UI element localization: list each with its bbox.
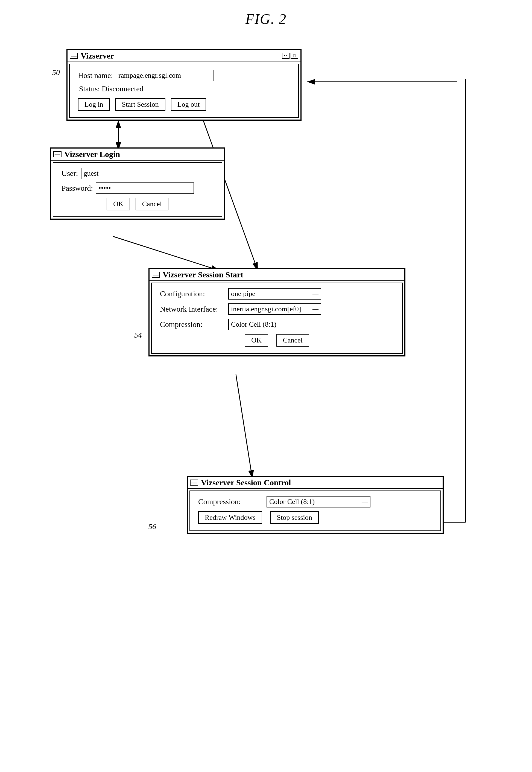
ctrl-compression-value: Color Cell (8:1) xyxy=(269,498,315,506)
ctrl-compression-label: Compression: xyxy=(198,497,264,506)
hostname-input[interactable] xyxy=(116,70,214,81)
session-start-minimize-btn[interactable]: — xyxy=(152,272,160,278)
vizserver-minimize-btn[interactable]: — xyxy=(70,53,78,59)
session-ctrl-titlebar: — Vizserver Session Control xyxy=(188,477,443,489)
session-start-titlebar: — Vizserver Session Start xyxy=(150,269,404,281)
login-window: — Vizserver Login User: Password: OK Can… xyxy=(50,147,225,220)
login-button[interactable]: Log in xyxy=(78,98,110,111)
stop-session-button[interactable]: Stop session xyxy=(270,511,319,524)
start-session-button[interactable]: Start Session xyxy=(115,98,165,111)
compression-arrow-icon: — xyxy=(312,321,318,328)
session-start-window: — Vizserver Session Start Configuration:… xyxy=(148,268,405,356)
config-arrow-icon: — xyxy=(312,290,318,297)
vizserver-titlebar: — Vizserver • • □ xyxy=(68,50,300,62)
session-start-cancel-button[interactable]: Cancel xyxy=(276,334,309,346)
hostname-label: Host name: xyxy=(78,71,113,80)
annotation-54: 54 xyxy=(134,331,142,339)
vizserver-dots-btn[interactable]: • • xyxy=(282,53,290,59)
vizserver-title: Vizserver xyxy=(81,51,279,60)
password-label: Password: xyxy=(62,184,93,193)
network-label: Network Interface: xyxy=(160,305,226,313)
session-start-ok-button[interactable]: OK xyxy=(245,334,268,346)
login-titlebar: — Vizserver Login xyxy=(51,148,224,161)
session-ctrl-minimize-btn[interactable]: — xyxy=(190,480,198,486)
annotation-56: 56 xyxy=(148,522,156,531)
vizserver-square-btn[interactable]: □ xyxy=(291,53,298,59)
login-minimize-btn[interactable]: — xyxy=(53,151,62,157)
user-label: User: xyxy=(62,169,78,178)
session-ctrl-window: — Vizserver Session Control Compression:… xyxy=(187,476,444,534)
login-title: Vizserver Login xyxy=(64,150,222,159)
config-dropdown[interactable]: one pipe — xyxy=(228,288,321,299)
session-start-title: Vizserver Session Start xyxy=(163,270,402,279)
ctrl-compression-dropdown[interactable]: Color Cell (8:1) — xyxy=(267,496,370,508)
session-ctrl-title: Vizserver Session Control xyxy=(201,478,440,487)
login-ok-button[interactable]: OK xyxy=(107,198,130,210)
logout-button[interactable]: Log out xyxy=(171,98,206,111)
compression-dropdown[interactable]: Color Cell (8:1) — xyxy=(228,319,321,330)
user-input[interactable] xyxy=(81,168,179,179)
compression-label: Compression: xyxy=(160,320,226,329)
config-value: one pipe xyxy=(231,290,255,298)
network-arrow-icon: — xyxy=(312,305,318,313)
network-value: inertia.engr.sgi.com[ef0] xyxy=(231,305,301,313)
svg-line-5 xyxy=(236,374,252,479)
network-dropdown[interactable]: inertia.engr.sgi.com[ef0] — xyxy=(228,303,321,315)
config-label: Configuration: xyxy=(160,289,226,298)
compression-value: Color Cell (8:1) xyxy=(231,320,276,328)
status-text: Status: Disconnected xyxy=(79,84,290,93)
password-input[interactable] xyxy=(96,182,194,194)
page-title: FIG. 2 xyxy=(0,0,532,33)
svg-line-4 xyxy=(113,236,220,270)
annotation-50: 50 xyxy=(52,68,60,77)
ctrl-compression-arrow-icon: — xyxy=(362,498,368,505)
redraw-windows-button[interactable]: Redraw Windows xyxy=(198,511,262,524)
login-cancel-button[interactable]: Cancel xyxy=(136,198,168,210)
vizserver-window: — Vizserver • • □ Host name: Status: Dis… xyxy=(66,49,302,121)
